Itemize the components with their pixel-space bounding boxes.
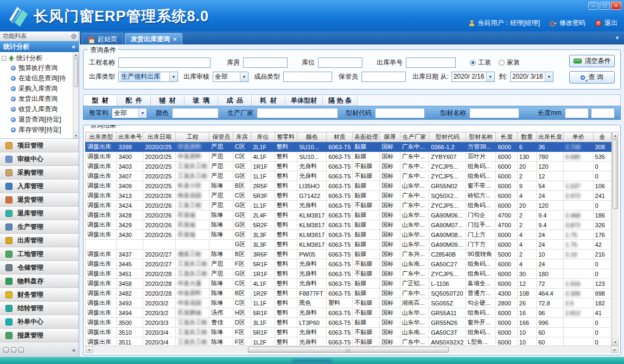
more-buttons-icon[interactable]: »: [72, 347, 75, 353]
factory-input[interactable]: [257, 108, 338, 118]
date-from-picker[interactable]: 2020/ 2/16 ▼: [451, 72, 495, 82]
scroll-down-icon[interactable]: ▼: [73, 132, 79, 138]
radio-work-label[interactable]: 工装: [478, 58, 491, 67]
scroll-up-icon[interactable]: ▲: [612, 132, 619, 139]
table-row[interactable]: 调拨出库34092020/2/25长某小区陈琳B区2R5F整料LI35HO606…: [86, 181, 612, 191]
maximize-button[interactable]: □: [600, 2, 610, 10]
length-min-input[interactable]: [565, 108, 589, 118]
scroll-right-icon[interactable]: ►: [611, 346, 619, 353]
material-tab[interactable]: 辅 材: [151, 95, 184, 106]
material-tab[interactable]: 耗 材: [252, 95, 285, 106]
radio-home-label[interactable]: 家装: [507, 58, 520, 67]
material-tab[interactable]: 配 件: [117, 95, 151, 106]
column-header[interactable]: 整零料: [275, 132, 297, 142]
part-type-select[interactable]: 全部 ▼: [112, 108, 147, 118]
minimize-button[interactable]: －: [588, 2, 598, 10]
chevron-down-icon[interactable]: ▼: [169, 72, 177, 81]
column-header[interactable]: 出库长度: [537, 132, 564, 142]
column-header[interactable]: 长度: [496, 132, 517, 142]
sidebar-module[interactable]: 退货管理: [0, 193, 79, 207]
table-row[interactable]: 调拨出库34282020/2/26石某城陈琳G区2L4F整料KLM3817606…: [86, 210, 612, 220]
grid-view-icon[interactable]: [3, 347, 9, 353]
settings-icon[interactable]: [18, 347, 24, 353]
logout-button[interactable]: 退出: [595, 18, 617, 28]
column-header[interactable]: 保管员: [209, 132, 233, 142]
date-to-picker[interactable]: 2020/ 3/16 ▼: [510, 72, 553, 82]
tree-root-node[interactable]: - 统计分析: [2, 53, 72, 63]
column-header[interactable]: 型材代码: [429, 132, 466, 142]
material-tab[interactable]: 隔 热 条: [323, 95, 358, 106]
order-no-input[interactable]: [406, 58, 456, 68]
tree-item[interactable]: 预算执行查询: [2, 63, 72, 73]
table-row[interactable]: 调拨出库34032020/2/25工某共工程严思G区1R1F整料光身料6063-…: [86, 162, 612, 171]
radio-home-install[interactable]: [499, 60, 505, 66]
column-header[interactable]: 库房: [233, 132, 251, 142]
table-row[interactable]: 调拨出库34452020/2/27工某共工程严思F区5R1F整料光身料6063-…: [86, 259, 612, 269]
material-tab[interactable]: 玻 璃: [184, 95, 218, 106]
column-header[interactable]: 生产厂家: [400, 132, 429, 142]
table-row[interactable]: 调拨出库33992020/2/25华某原料严思C区2L1F整料SU10...60…: [86, 142, 612, 152]
column-header[interactable]: 膜厚: [380, 132, 400, 142]
column-header[interactable]: 出库单号: [117, 132, 143, 142]
column-header[interactable]: 型材名称: [466, 132, 496, 142]
warehouse-input[interactable]: [243, 58, 288, 68]
chevron-down-icon[interactable]: ▼: [240, 72, 248, 81]
table-row[interactable]: 调拨出库34002020/2/25华某原料严思C区4L1F整料SU10...60…: [86, 152, 612, 162]
table-row[interactable]: 调拨出库34242020/2/26工某工程严思G区1L1F整料光身料6063-T…: [86, 201, 612, 210]
color-input[interactable]: [172, 108, 219, 118]
project-name-input[interactable]: [118, 58, 211, 68]
product-type-input[interactable]: [283, 72, 332, 82]
scroll-up-icon[interactable]: ▲: [73, 52, 79, 58]
change-password-button[interactable]: 修改密码: [550, 18, 585, 28]
profile-code-input[interactable]: [375, 108, 425, 118]
tree-item[interactable]: 退货查询[待定]: [2, 114, 72, 125]
table-row[interactable]: 调拨出库34302020/2/26石某城陈琳G区3L3F整料KLM3817606…: [86, 230, 612, 240]
table-row[interactable]: 调拨出库34942020/3/2石某辉城汤伟H区5R1F整料光身料6063-T5…: [86, 308, 612, 318]
tree-item[interactable]: 发货出库查询: [2, 94, 72, 104]
table-row[interactable]: 调拨出库34932020/3/2华某花园陈琳C区1L1F整料黑色塑料不贴膜国标湖…: [86, 298, 612, 308]
sidebar-module[interactable]: 入库管理: [0, 180, 79, 193]
radio-work-install[interactable]: [470, 60, 476, 66]
tree-item[interactable]: 采购入库查询: [2, 84, 72, 94]
keeper-input[interactable]: [361, 72, 406, 82]
expand-toggle-icon[interactable]: -: [2, 56, 7, 61]
column-header[interactable]: 数量: [517, 132, 536, 142]
horizontal-scrollbar[interactable]: ◄ ||| ►: [85, 346, 619, 353]
sidebar-module[interactable]: 物料盘存: [0, 274, 79, 288]
chevron-down-icon[interactable]: ▼: [138, 108, 147, 118]
sidebar-module[interactable]: 退库管理: [0, 207, 79, 220]
monitor-icon[interactable]: [11, 347, 16, 353]
tab-overflow-icon[interactable]: ▼: [615, 35, 620, 41]
sidebar-module[interactable]: 生产管理: [0, 220, 79, 234]
table-row[interactable]: 调拨出库34582020/2/28华某大厦陈琳C区4L1F整料光身料6063-T…: [86, 279, 612, 289]
material-tab[interactable]: 型 材: [84, 95, 117, 106]
sidebar-module[interactable]: 出库管理: [0, 234, 79, 247]
table-row[interactable]: 调拨出库34292020/2/26石某城陈琳G区5R2F整料KLM3817606…: [86, 220, 612, 230]
material-tab[interactable]: 成 品: [218, 95, 252, 106]
column-header[interactable]: 颜色: [297, 132, 327, 142]
sidebar-module[interactable]: 仓储管理: [0, 261, 79, 274]
scroll-down-icon[interactable]: ▼: [612, 339, 619, 346]
table-row[interactable]: 调拨出库34512020/2/28工某共工程严思G区1R1F整料光身料6063-…: [86, 269, 612, 279]
tree-scrollbar-thumb[interactable]: [74, 59, 78, 87]
column-header[interactable]: 表面处理: [353, 132, 380, 142]
tree-item[interactable]: 在途信息查询[待: [2, 73, 72, 84]
length-max-input[interactable]: [591, 108, 615, 118]
sidebar-module[interactable]: 项目管理: [0, 139, 79, 152]
tab-outbound-query[interactable]: 发货出库查询 ×: [125, 33, 182, 44]
collapse-icon[interactable]: «: [72, 43, 75, 50]
tree-item[interactable]: 库存管理[待定]: [2, 125, 72, 135]
horizontal-scrollbar-thumb[interactable]: |||: [248, 347, 449, 353]
table-row[interactable]: 调拨出库35002020/3/3工某共工程曹佳D区3L1F整料LT3P60606…: [86, 318, 612, 328]
table-row[interactable]: G区3L3F整料KLM38176063-T5贴膜国标山东华...GA90M09.…: [86, 240, 612, 250]
sidebar-module[interactable]: 工地管理: [0, 247, 79, 261]
sidebar-module[interactable]: 财务管理: [0, 288, 79, 302]
search-button[interactable]: 查 询: [569, 71, 615, 84]
column-header[interactable]: 单价: [564, 132, 593, 142]
profile-name-input[interactable]: [469, 108, 519, 118]
tab-close-icon[interactable]: ×: [173, 36, 176, 42]
column-header[interactable]: 工程: [176, 132, 209, 142]
tree-scrollbar[interactable]: ▲ ▼: [73, 52, 79, 138]
table-row[interactable]: 调拨出库35102020/3/4工某共工程陈琳F区5R1F整料光身料6063-T…: [86, 328, 612, 337]
sidebar-module[interactable]: 审核中心: [0, 152, 79, 166]
